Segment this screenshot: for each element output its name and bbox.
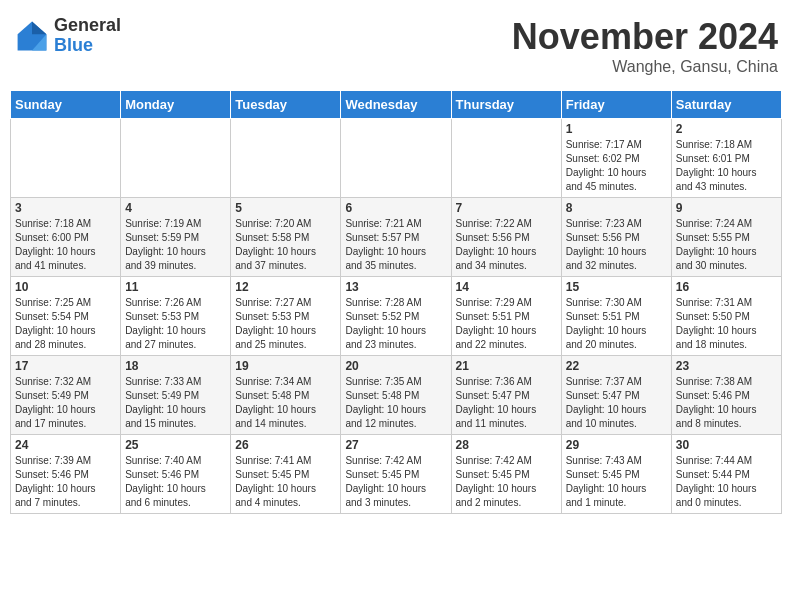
- calendar-cell: 1Sunrise: 7:17 AM Sunset: 6:02 PM Daylig…: [561, 119, 671, 198]
- day-info: Sunrise: 7:40 AM Sunset: 5:46 PM Dayligh…: [125, 454, 226, 510]
- calendar-cell: 5Sunrise: 7:20 AM Sunset: 5:58 PM Daylig…: [231, 198, 341, 277]
- day-number: 22: [566, 359, 667, 373]
- calendar-week-row: 1Sunrise: 7:17 AM Sunset: 6:02 PM Daylig…: [11, 119, 782, 198]
- day-info: Sunrise: 7:30 AM Sunset: 5:51 PM Dayligh…: [566, 296, 667, 352]
- calendar-cell: 10Sunrise: 7:25 AM Sunset: 5:54 PM Dayli…: [11, 277, 121, 356]
- calendar-header-saturday: Saturday: [671, 91, 781, 119]
- day-info: Sunrise: 7:35 AM Sunset: 5:48 PM Dayligh…: [345, 375, 446, 431]
- day-number: 3: [15, 201, 116, 215]
- calendar-header-tuesday: Tuesday: [231, 91, 341, 119]
- day-info: Sunrise: 7:25 AM Sunset: 5:54 PM Dayligh…: [15, 296, 116, 352]
- calendar-cell: [121, 119, 231, 198]
- day-info: Sunrise: 7:17 AM Sunset: 6:02 PM Dayligh…: [566, 138, 667, 194]
- calendar-cell: 26Sunrise: 7:41 AM Sunset: 5:45 PM Dayli…: [231, 435, 341, 514]
- day-info: Sunrise: 7:31 AM Sunset: 5:50 PM Dayligh…: [676, 296, 777, 352]
- day-number: 19: [235, 359, 336, 373]
- calendar-week-row: 17Sunrise: 7:32 AM Sunset: 5:49 PM Dayli…: [11, 356, 782, 435]
- calendar-cell: 21Sunrise: 7:36 AM Sunset: 5:47 PM Dayli…: [451, 356, 561, 435]
- day-info: Sunrise: 7:39 AM Sunset: 5:46 PM Dayligh…: [15, 454, 116, 510]
- calendar-header-thursday: Thursday: [451, 91, 561, 119]
- day-number: 6: [345, 201, 446, 215]
- calendar-header-sunday: Sunday: [11, 91, 121, 119]
- day-info: Sunrise: 7:36 AM Sunset: 5:47 PM Dayligh…: [456, 375, 557, 431]
- svg-marker-1: [32, 21, 46, 34]
- calendar-cell: 15Sunrise: 7:30 AM Sunset: 5:51 PM Dayli…: [561, 277, 671, 356]
- logo-blue-text: Blue: [54, 36, 121, 56]
- title-block: November 2024 Wanghe, Gansu, China: [512, 16, 778, 76]
- location: Wanghe, Gansu, China: [512, 58, 778, 76]
- calendar-cell: 12Sunrise: 7:27 AM Sunset: 5:53 PM Dayli…: [231, 277, 341, 356]
- calendar-cell: 13Sunrise: 7:28 AM Sunset: 5:52 PM Dayli…: [341, 277, 451, 356]
- calendar-header-wednesday: Wednesday: [341, 91, 451, 119]
- logo-icon: [14, 18, 50, 54]
- day-info: Sunrise: 7:37 AM Sunset: 5:47 PM Dayligh…: [566, 375, 667, 431]
- calendar-week-row: 10Sunrise: 7:25 AM Sunset: 5:54 PM Dayli…: [11, 277, 782, 356]
- day-number: 4: [125, 201, 226, 215]
- month-title: November 2024: [512, 16, 778, 58]
- day-number: 28: [456, 438, 557, 452]
- calendar-cell: 6Sunrise: 7:21 AM Sunset: 5:57 PM Daylig…: [341, 198, 451, 277]
- calendar-cell: 20Sunrise: 7:35 AM Sunset: 5:48 PM Dayli…: [341, 356, 451, 435]
- calendar-header-friday: Friday: [561, 91, 671, 119]
- day-number: 26: [235, 438, 336, 452]
- day-info: Sunrise: 7:44 AM Sunset: 5:44 PM Dayligh…: [676, 454, 777, 510]
- calendar-cell: 4Sunrise: 7:19 AM Sunset: 5:59 PM Daylig…: [121, 198, 231, 277]
- logo-text: General Blue: [54, 16, 121, 56]
- calendar-header-monday: Monday: [121, 91, 231, 119]
- calendar-cell: 16Sunrise: 7:31 AM Sunset: 5:50 PM Dayli…: [671, 277, 781, 356]
- calendar-cell: 25Sunrise: 7:40 AM Sunset: 5:46 PM Dayli…: [121, 435, 231, 514]
- calendar-cell: 3Sunrise: 7:18 AM Sunset: 6:00 PM Daylig…: [11, 198, 121, 277]
- logo-general-text: General: [54, 16, 121, 36]
- calendar-cell: 2Sunrise: 7:18 AM Sunset: 6:01 PM Daylig…: [671, 119, 781, 198]
- day-info: Sunrise: 7:18 AM Sunset: 6:00 PM Dayligh…: [15, 217, 116, 273]
- day-number: 10: [15, 280, 116, 294]
- day-number: 9: [676, 201, 777, 215]
- day-info: Sunrise: 7:24 AM Sunset: 5:55 PM Dayligh…: [676, 217, 777, 273]
- day-info: Sunrise: 7:29 AM Sunset: 5:51 PM Dayligh…: [456, 296, 557, 352]
- day-info: Sunrise: 7:34 AM Sunset: 5:48 PM Dayligh…: [235, 375, 336, 431]
- calendar-cell: 8Sunrise: 7:23 AM Sunset: 5:56 PM Daylig…: [561, 198, 671, 277]
- day-info: Sunrise: 7:38 AM Sunset: 5:46 PM Dayligh…: [676, 375, 777, 431]
- day-number: 17: [15, 359, 116, 373]
- day-info: Sunrise: 7:43 AM Sunset: 5:45 PM Dayligh…: [566, 454, 667, 510]
- calendar-cell: 29Sunrise: 7:43 AM Sunset: 5:45 PM Dayli…: [561, 435, 671, 514]
- calendar-cell: 22Sunrise: 7:37 AM Sunset: 5:47 PM Dayli…: [561, 356, 671, 435]
- calendar-table: SundayMondayTuesdayWednesdayThursdayFrid…: [10, 90, 782, 514]
- calendar-cell: 9Sunrise: 7:24 AM Sunset: 5:55 PM Daylig…: [671, 198, 781, 277]
- day-number: 13: [345, 280, 446, 294]
- day-info: Sunrise: 7:32 AM Sunset: 5:49 PM Dayligh…: [15, 375, 116, 431]
- day-number: 18: [125, 359, 226, 373]
- calendar-cell: 28Sunrise: 7:42 AM Sunset: 5:45 PM Dayli…: [451, 435, 561, 514]
- day-number: 27: [345, 438, 446, 452]
- calendar-cell: [341, 119, 451, 198]
- calendar-cell: 24Sunrise: 7:39 AM Sunset: 5:46 PM Dayli…: [11, 435, 121, 514]
- day-info: Sunrise: 7:19 AM Sunset: 5:59 PM Dayligh…: [125, 217, 226, 273]
- day-number: 2: [676, 122, 777, 136]
- day-number: 16: [676, 280, 777, 294]
- day-info: Sunrise: 7:28 AM Sunset: 5:52 PM Dayligh…: [345, 296, 446, 352]
- day-info: Sunrise: 7:33 AM Sunset: 5:49 PM Dayligh…: [125, 375, 226, 431]
- day-info: Sunrise: 7:18 AM Sunset: 6:01 PM Dayligh…: [676, 138, 777, 194]
- calendar-cell: 11Sunrise: 7:26 AM Sunset: 5:53 PM Dayli…: [121, 277, 231, 356]
- calendar-cell: 7Sunrise: 7:22 AM Sunset: 5:56 PM Daylig…: [451, 198, 561, 277]
- calendar-cell: [451, 119, 561, 198]
- day-number: 8: [566, 201, 667, 215]
- calendar-header-row: SundayMondayTuesdayWednesdayThursdayFrid…: [11, 91, 782, 119]
- day-number: 15: [566, 280, 667, 294]
- day-number: 24: [15, 438, 116, 452]
- day-number: 23: [676, 359, 777, 373]
- day-number: 21: [456, 359, 557, 373]
- day-info: Sunrise: 7:41 AM Sunset: 5:45 PM Dayligh…: [235, 454, 336, 510]
- day-number: 30: [676, 438, 777, 452]
- day-number: 12: [235, 280, 336, 294]
- day-number: 5: [235, 201, 336, 215]
- logo: General Blue: [14, 16, 121, 56]
- calendar-cell: 19Sunrise: 7:34 AM Sunset: 5:48 PM Dayli…: [231, 356, 341, 435]
- calendar-cell: 23Sunrise: 7:38 AM Sunset: 5:46 PM Dayli…: [671, 356, 781, 435]
- day-info: Sunrise: 7:20 AM Sunset: 5:58 PM Dayligh…: [235, 217, 336, 273]
- calendar-week-row: 24Sunrise: 7:39 AM Sunset: 5:46 PM Dayli…: [11, 435, 782, 514]
- calendar-cell: 17Sunrise: 7:32 AM Sunset: 5:49 PM Dayli…: [11, 356, 121, 435]
- day-number: 29: [566, 438, 667, 452]
- day-info: Sunrise: 7:26 AM Sunset: 5:53 PM Dayligh…: [125, 296, 226, 352]
- calendar-cell: 30Sunrise: 7:44 AM Sunset: 5:44 PM Dayli…: [671, 435, 781, 514]
